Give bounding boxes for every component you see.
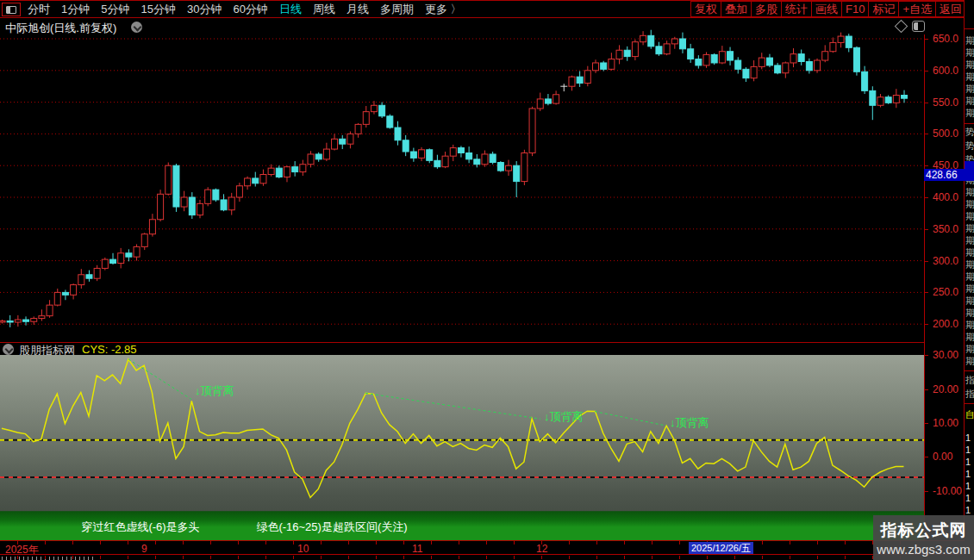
candle-body (347, 134, 353, 144)
price-marker-badge: 428.66 (924, 169, 974, 181)
bottom-tick (569, 556, 570, 559)
indicator-value-label: CYS: -2.85 (82, 343, 137, 356)
candle-body (323, 149, 329, 159)
period-menu: 分时1分钟5分钟15分钟30分钟60分钟日线周线月线多周期更多 〉 (28, 1, 462, 17)
strip-glyph: 1 (965, 469, 971, 479)
toolbar-button-统计[interactable]: 统计 (781, 1, 812, 17)
bottom-tick (762, 556, 763, 559)
cys-indicator-svg: 穿过红色虚线(-6)是多头绿色(-16~25)是超跌区间(关注)↓顶背离↓顶背离… (0, 355, 924, 540)
strip-glyph: 指 (965, 388, 974, 401)
strip-glyph: 期 (965, 343, 974, 356)
menu-item-7[interactable]: 周线 (313, 2, 335, 17)
indicator-tick (924, 389, 928, 390)
candle-body (0, 321, 5, 322)
candle-body (521, 152, 528, 181)
candle-body (893, 96, 899, 103)
candle-body (276, 168, 282, 177)
candle-body (815, 60, 821, 71)
candle-body (379, 105, 385, 116)
toolbar-button-多股[interactable]: 多股 (751, 1, 782, 17)
candle-body (664, 44, 670, 54)
strip-glyph: 指 (965, 374, 974, 387)
toolbar-button-标记[interactable]: 标记 (868, 1, 899, 17)
menu-item-10[interactable]: 更多 〉 (425, 2, 462, 17)
menu-item-8[interactable]: 月线 (347, 2, 369, 17)
menu-item-4[interactable]: 30分钟 (187, 2, 222, 17)
bottom-tick (100, 556, 101, 559)
candle-body (134, 246, 140, 257)
chevron-down-icon[interactable] (3, 344, 14, 355)
date-tick (348, 541, 349, 544)
toolbar-button-画线[interactable]: 画线 (811, 1, 842, 17)
bottom-tick (238, 556, 239, 559)
date-tick (596, 541, 597, 544)
toolbar-button-叠加[interactable]: 叠加 (721, 1, 752, 17)
candle-body (292, 167, 298, 172)
bottom-tick (624, 556, 625, 559)
indicator-tick (924, 457, 928, 457)
candlestick-chart[interactable] (0, 24, 924, 341)
strip-separator (965, 403, 974, 404)
strip-glyph: 1 (965, 457, 971, 467)
watermark-title: 指标公式网 (873, 520, 974, 542)
layout-toggle-icon[interactable] (2, 3, 21, 16)
candle-body (766, 58, 772, 65)
candle-body (624, 50, 630, 56)
candle-body (23, 320, 29, 321)
candle-body (584, 71, 590, 84)
candle-body (260, 175, 266, 184)
candle-body (395, 128, 401, 140)
candle-body (640, 35, 646, 41)
strip-glyph: 期 (965, 186, 974, 199)
toolbar-button-自选[interactable]: +自选 (898, 1, 936, 17)
candle-body (838, 36, 844, 42)
candle-body (315, 154, 322, 159)
candle-body (141, 234, 147, 247)
toolbar-button-返回[interactable]: 返回 (935, 1, 966, 17)
candle-body (830, 42, 836, 51)
candle-body (474, 159, 480, 165)
candle-body (118, 253, 124, 264)
candle-body (466, 152, 472, 159)
candle-body (514, 165, 520, 181)
strip-glyph: 1 (965, 445, 971, 455)
candle-body (616, 50, 622, 59)
candle-body (727, 52, 734, 60)
candle-body (47, 305, 53, 316)
menu-item-daily[interactable]: 日线 (279, 2, 302, 17)
bottom-tick (155, 556, 156, 559)
candle-body (775, 65, 781, 73)
menu-item-0[interactable]: 分时 (28, 2, 50, 17)
toolbar-button-F10[interactable]: F10 (841, 1, 869, 17)
toolbar-button-复权[interactable]: 复权 (690, 1, 721, 17)
candle-body (529, 109, 535, 153)
menu-item-3[interactable]: 15分钟 (140, 2, 175, 17)
candle-body (236, 186, 242, 197)
indicator-tick (924, 355, 928, 356)
clipped-bottom-pane (0, 554, 974, 560)
strip-glyph: 1 (965, 432, 971, 443)
candle-body (537, 99, 543, 109)
menu-item-9[interactable]: 多周期 (380, 2, 414, 17)
date-tick (762, 541, 763, 544)
watermark-url: www.zbgs3.com (873, 542, 974, 557)
candle-body (862, 72, 868, 90)
candle-body (593, 63, 599, 71)
strip-glyph: 期 (965, 246, 974, 259)
date-label: 11 (412, 543, 422, 555)
menu-item-2[interactable]: 5分钟 (101, 2, 129, 17)
date-tick (293, 541, 294, 544)
bottom-tick (707, 556, 708, 559)
date-tick (321, 541, 322, 544)
date-tick (624, 541, 625, 544)
menu-item-5[interactable]: 60分钟 (233, 2, 267, 17)
strip-glyph: 期 (965, 34, 974, 47)
candle-body (671, 39, 677, 44)
divergence-line (365, 393, 540, 419)
menu-item-1[interactable]: 1分钟 (61, 2, 90, 17)
bottom-tick (817, 556, 818, 559)
candle-body (189, 197, 195, 215)
candle-body (490, 154, 496, 163)
indicator-tick (924, 491, 928, 492)
cys-indicator-chart[interactable]: 穿过红色虚线(-6)是多头绿色(-16~25)是超跌区间(关注)↓顶背离↓顶背离… (0, 355, 924, 540)
